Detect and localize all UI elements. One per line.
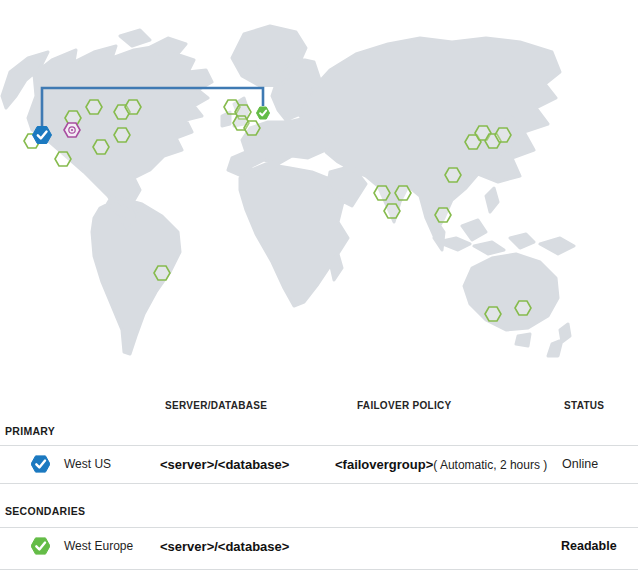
region-hexagon[interactable] (395, 186, 411, 200)
world-map (0, 0, 638, 378)
status-value: Readable (561, 539, 617, 553)
region-hexagon[interactable] (495, 128, 511, 142)
secondaries-section-label: SECONDARIES (5, 505, 85, 517)
failover-group-panel: SERVER/DATABASE FAILOVER POLICY STATUS P… (0, 0, 638, 578)
primary-check-icon (31, 456, 50, 473)
secondary-region-marker-west-europe[interactable] (257, 107, 270, 119)
table-row-secondary[interactable]: West Europe <server>/<database> Readable (0, 527, 638, 565)
region-hexagon[interactable] (435, 208, 451, 222)
failover-policy-cell: <failovergroup>( Automatic, 2 hours ) (335, 455, 547, 473)
divider (0, 483, 638, 484)
region-label: West US (64, 457, 111, 471)
region-hexagon[interactable] (445, 168, 461, 182)
failover-policy-detail: ( Automatic, 2 hours ) (433, 458, 547, 472)
server-database-value: <server>/<database> (160, 539, 289, 554)
failover-group-value: <failovergroup> (335, 457, 433, 472)
region-hexagon[interactable] (515, 301, 531, 315)
region-hexagon[interactable] (125, 100, 141, 114)
column-header-status: STATUS (564, 400, 604, 411)
primary-region-marker-west-us[interactable] (33, 127, 52, 144)
pending-region-icon[interactable] (64, 123, 80, 137)
replica-table: SERVER/DATABASE FAILOVER POLICY STATUS P… (0, 378, 638, 578)
region-hexagon[interactable] (244, 121, 260, 135)
table-row-primary[interactable]: West US <server>/<database> <failovergro… (0, 445, 638, 483)
region-hexagon[interactable] (86, 100, 102, 114)
status-value: Online (562, 457, 598, 471)
column-header-server-database: SERVER/DATABASE (165, 400, 267, 411)
region-label: West Europe (64, 539, 133, 553)
region-hexagon[interactable] (374, 186, 390, 200)
region-hexagon[interactable] (384, 204, 400, 218)
secondary-check-icon (31, 538, 50, 555)
region-hexagon[interactable] (55, 152, 71, 166)
world-map-continents (2, 26, 574, 356)
server-database-value: <server>/<database> (160, 457, 289, 472)
column-header-failover-policy: FAILOVER POLICY (357, 400, 452, 411)
region-hexagon[interactable] (93, 140, 109, 154)
primary-section-label: PRIMARY (5, 425, 55, 437)
region-hexagon[interactable] (154, 266, 170, 280)
region-hexagon[interactable] (114, 128, 130, 142)
region-hexagon[interactable] (485, 307, 501, 321)
divider (0, 569, 638, 570)
